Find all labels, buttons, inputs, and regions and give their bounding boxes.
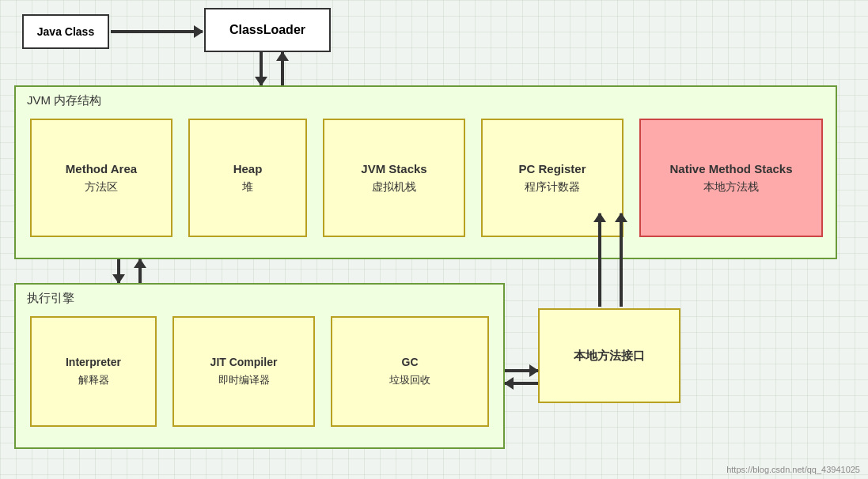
jit-label-en: JIT Compiler bbox=[210, 356, 278, 368]
native-interface-label: 本地方法接口 bbox=[574, 349, 645, 364]
exec-engine-container: 执行引擎 Interpreter 解释器 JIT Compiler 即时编译器 … bbox=[14, 283, 505, 449]
arrow-jvm-to-classloader bbox=[281, 52, 284, 85]
arrow-exec-to-jvm-up bbox=[138, 259, 142, 283]
jit-label-zh: 即时编译器 bbox=[218, 373, 270, 387]
native-stacks-label-zh: 本地方法栈 bbox=[703, 180, 759, 194]
interpreter-label-en: Interpreter bbox=[66, 356, 121, 368]
arrow-native-interface-to-stacks-1 bbox=[598, 213, 601, 307]
jvm-diagram: 程序员 Java Class ClassLoader JVM 内存结构 Meth… bbox=[0, 0, 868, 479]
java-class-label: Java Class bbox=[37, 25, 94, 38]
arrow-classloader-down bbox=[260, 52, 263, 85]
arrow-exec-to-native bbox=[505, 369, 538, 372]
jvm-stacks-label-en: JVM Stacks bbox=[361, 162, 426, 175]
method-area-label-en: Method Area bbox=[66, 162, 137, 175]
method-area-box: Method Area 方法区 bbox=[30, 119, 172, 237]
interpreter-label-zh: 解释器 bbox=[78, 373, 109, 387]
heap-label-zh: 堆 bbox=[242, 180, 253, 194]
jvm-memory-container: JVM 内存结构 Method Area 方法区 Heap 堆 JVM Stac… bbox=[14, 85, 837, 259]
exec-engine-title: 执行引擎 bbox=[27, 291, 74, 306]
jvm-stacks-label-zh: 虚拟机栈 bbox=[372, 180, 416, 194]
heap-label-en: Heap bbox=[233, 162, 263, 175]
native-stacks-label-en: Native Method Stacks bbox=[669, 162, 792, 175]
gc-label-zh: 垃圾回收 bbox=[389, 373, 430, 387]
jvm-stacks-box: JVM Stacks 虚拟机栈 bbox=[323, 119, 465, 237]
pc-register-label-zh: 程序计数器 bbox=[525, 180, 580, 194]
method-area-label-zh: 方法区 bbox=[85, 180, 118, 194]
jit-compiler-box: JIT Compiler 即时编译器 bbox=[172, 316, 315, 427]
java-class-box: Java Class bbox=[22, 14, 109, 49]
heap-box: Heap 堆 bbox=[188, 119, 307, 237]
arrow-native-interface-to-stacks-2 bbox=[620, 213, 623, 307]
gc-label-en: GC bbox=[402, 356, 419, 368]
arrow-jvm-to-exec-down bbox=[117, 259, 120, 283]
arrow-native-to-exec bbox=[505, 382, 538, 385]
native-stacks-box: Native Method Stacks 本地方法栈 bbox=[639, 119, 823, 237]
classloader-box: ClassLoader bbox=[204, 8, 331, 52]
classloader-label: ClassLoader bbox=[229, 23, 305, 37]
arrow-javaclass-to-classloader bbox=[111, 30, 203, 33]
footer-url: https://blog.csdn.net/qq_43941025 bbox=[726, 465, 860, 474]
pc-register-label-en: PC Register bbox=[518, 162, 586, 175]
native-interface-box: 本地方法接口 bbox=[538, 308, 680, 403]
jvm-memory-title: JVM 内存结构 bbox=[27, 93, 101, 108]
gc-box: GC 垃圾回收 bbox=[331, 316, 489, 427]
interpreter-box: Interpreter 解释器 bbox=[30, 316, 157, 427]
